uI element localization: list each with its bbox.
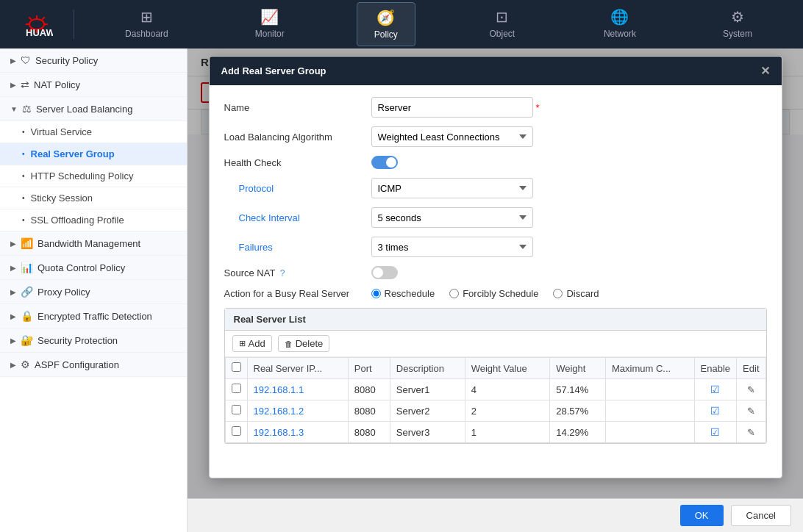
dashboard-icon: ⊞ bbox=[140, 8, 153, 26]
real-server-table: Real Server IP... Port Description Weigh… bbox=[225, 357, 766, 443]
edit-icon-2[interactable]: ✎ bbox=[747, 427, 755, 438]
health-check-toggle[interactable] bbox=[371, 156, 398, 169]
modal-body: Name * Load Balancing Algorithm Round Ro… bbox=[210, 85, 782, 456]
cancel-button[interactable]: Cancel bbox=[731, 505, 791, 526]
rs-row-port-1: 8080 bbox=[348, 400, 390, 422]
navbar-item-system[interactable]: ⚙ System bbox=[708, 2, 767, 46]
source-nat-help-icon[interactable]: ? bbox=[280, 268, 285, 278]
rs-select-all[interactable] bbox=[232, 362, 241, 372]
navbar-object-label: Object bbox=[490, 29, 515, 39]
navbar-dashboard-label: Dashboard bbox=[125, 29, 168, 39]
navbar-item-object[interactable]: ⊡ Object bbox=[473, 2, 532, 46]
rs-row-check-1[interactable] bbox=[232, 405, 241, 414]
radio-forcibly-schedule-input[interactable] bbox=[449, 289, 459, 298]
rs-row-check-0[interactable] bbox=[232, 384, 241, 393]
rs-row-ip-link-0[interactable]: 192.168.1.1 bbox=[254, 384, 304, 395]
source-nat-toggle[interactable] bbox=[371, 266, 398, 279]
svg-line-7 bbox=[42, 17, 45, 20]
nat-icon: ⇄ bbox=[21, 79, 29, 90]
form-row-action: Action for a Busy Real Server Reschedule… bbox=[224, 288, 767, 299]
rs-add-icon: ⊞ bbox=[239, 339, 246, 348]
rs-row-max-conn-0 bbox=[605, 379, 694, 400]
sidebar-item-proxy-policy[interactable]: ▶ 🔗 Proxy Policy bbox=[0, 280, 187, 304]
sidebar-sub-http-scheduling[interactable]: • HTTP Scheduling Policy bbox=[0, 165, 187, 187]
real-server-list-toolbar: ⊞ Add 🗑 Delete bbox=[225, 331, 766, 357]
navbar: HUAWEI ⊞ Dashboard 📈 Monitor 🧭 Policy ⊡ … bbox=[0, 0, 803, 48]
form-row-name: Name * bbox=[224, 97, 767, 118]
monitor-icon: 📈 bbox=[260, 8, 279, 26]
navbar-item-dashboard[interactable]: ⊞ Dashboard bbox=[110, 2, 183, 46]
failures-label: Failures bbox=[224, 242, 371, 253]
sidebar-sub-virtual-service[interactable]: • Virtual Service bbox=[0, 121, 187, 143]
arrow-icon: ▶ bbox=[10, 288, 16, 296]
radio-reschedule[interactable]: Reschedule bbox=[371, 288, 435, 299]
sidebar-label-slb: Server Load Balancing bbox=[36, 104, 133, 115]
page-footer: OK Cancel bbox=[188, 498, 803, 532]
sidebar-item-bandwidth-management[interactable]: ▶ 📶 Bandwidth Management bbox=[0, 231, 187, 256]
rs-col-checkbox bbox=[225, 358, 247, 379]
sidebar-item-nat-policy[interactable]: ▶ ⇄ NAT Policy bbox=[0, 73, 187, 97]
sidebar-item-security-policy[interactable]: ▶ 🛡 Security Policy bbox=[0, 48, 187, 73]
rs-row-checkbox-1 bbox=[225, 400, 247, 422]
sidebar-item-security-protection[interactable]: ▶ 🔐 Security Protection bbox=[0, 328, 187, 353]
sidebar-item-aspf[interactable]: ▶ ⚙ ASPF Configuration bbox=[0, 353, 187, 377]
sidebar-label-nat-policy: NAT Policy bbox=[34, 79, 80, 90]
rs-delete-icon: 🗑 bbox=[285, 339, 293, 348]
lb-algorithm-select[interactable]: Round Robin Weighted Round Robin Least C… bbox=[371, 126, 533, 147]
rs-row-max-conn-1 bbox=[605, 400, 694, 422]
radio-discard-input[interactable] bbox=[553, 289, 563, 298]
arrow-icon: ▶ bbox=[10, 361, 16, 369]
rs-row-edit-2[interactable]: ✎ bbox=[737, 422, 765, 443]
rs-add-button[interactable]: ⊞ Add bbox=[232, 335, 272, 352]
object-icon: ⊡ bbox=[496, 8, 508, 26]
rs-col-ip: Real Server IP... bbox=[247, 358, 348, 379]
radio-discard[interactable]: Discard bbox=[553, 288, 599, 299]
sidebar-sub-ssl-offloading[interactable]: • SSL Offloading Profile bbox=[0, 209, 187, 231]
failures-select[interactable]: 1 times 2 times 3 times 5 times bbox=[371, 237, 533, 257]
name-label: Name bbox=[224, 102, 371, 113]
name-input[interactable] bbox=[371, 97, 533, 118]
rs-delete-button[interactable]: 🗑 Delete bbox=[278, 335, 330, 352]
rs-row-edit-0[interactable]: ✎ bbox=[737, 379, 765, 400]
sidebar-item-server-load-balancing[interactable]: ▼ ⚖ Server Load Balancing bbox=[0, 97, 187, 121]
rs-row-ip-link-2[interactable]: 192.168.1.3 bbox=[254, 427, 304, 438]
rs-col-enable: Enable bbox=[694, 358, 736, 379]
radio-forcibly-schedule[interactable]: Forcibly Schedule bbox=[449, 288, 538, 299]
modal-overlay: Add Real Server Group ✕ Name * Load Bala… bbox=[188, 48, 803, 532]
rs-col-weight: Weight bbox=[550, 358, 606, 379]
modal-title: Add Real Server Group bbox=[221, 65, 326, 76]
rs-row-max-conn-2 bbox=[605, 422, 694, 443]
sidebar-item-encrypted-traffic[interactable]: ▶ 🔒 Encrypted Traffic Detection bbox=[0, 304, 187, 328]
brand-logo: HUAWEI bbox=[7, 12, 66, 36]
radio-reschedule-input[interactable] bbox=[371, 289, 381, 298]
main-content: Real Server Group List ⊞ Add 🗑 Delete Na… bbox=[188, 48, 803, 532]
rs-row-weight-1: 28.57% bbox=[550, 400, 606, 422]
modal-spacer bbox=[210, 456, 782, 478]
modal-close-button[interactable]: ✕ bbox=[760, 64, 770, 78]
navbar-network-label: Network bbox=[604, 29, 636, 39]
check-interval-select[interactable]: 3 seconds 5 seconds 10 seconds 30 second… bbox=[371, 207, 533, 228]
navbar-item-monitor[interactable]: 📈 Monitor bbox=[240, 2, 299, 46]
ok-button[interactable]: OK bbox=[680, 505, 724, 526]
action-radio-group: Reschedule Forcibly Schedule Discard bbox=[371, 288, 599, 299]
svg-text:HUAWEI: HUAWEI bbox=[26, 27, 53, 36]
navbar-items: ⊞ Dashboard 📈 Monitor 🧭 Policy ⊡ Object … bbox=[82, 2, 796, 46]
rs-row-edit-1[interactable]: ✎ bbox=[737, 400, 765, 422]
rs-row-check-2[interactable] bbox=[232, 426, 241, 436]
rs-row-weight-val-0: 4 bbox=[465, 379, 550, 400]
sidebar-sub-real-server-group[interactable]: • Real Server Group bbox=[0, 143, 187, 165]
sidebar-label-sticky-session: Sticky Session bbox=[31, 193, 93, 204]
sidebar-label-real-server-group: Real Server Group bbox=[31, 148, 115, 159]
sidebar-label-http-scheduling: HTTP Scheduling Policy bbox=[31, 170, 134, 181]
protocol-select[interactable]: ICMP TCP HTTP HTTPS bbox=[371, 178, 533, 198]
edit-icon-1[interactable]: ✎ bbox=[747, 406, 755, 417]
navbar-item-policy[interactable]: 🧭 Policy bbox=[357, 2, 415, 46]
navbar-item-network[interactable]: 🌐 Network bbox=[589, 2, 651, 46]
edit-icon-0[interactable]: ✎ bbox=[747, 384, 755, 395]
rs-table-row: 192.168.1.3 8080 Server3 1 14.29% ☑ ✎ bbox=[225, 422, 765, 443]
rs-row-ip-link-1[interactable]: 192.168.1.2 bbox=[254, 406, 304, 417]
rs-row-enable-2: ☑ bbox=[694, 422, 736, 443]
sidebar-sub-sticky-session[interactable]: • Sticky Session bbox=[0, 187, 187, 209]
real-server-list-section: Real Server List ⊞ Add 🗑 Delete bbox=[224, 308, 767, 444]
sidebar-item-quota-control[interactable]: ▶ 📊 Quota Control Policy bbox=[0, 256, 187, 280]
